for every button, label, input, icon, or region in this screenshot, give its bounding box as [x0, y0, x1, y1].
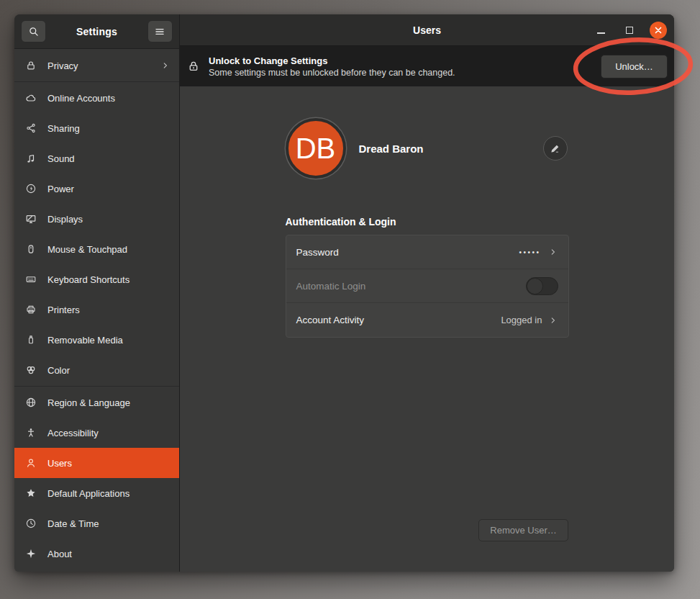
search-icon: [28, 26, 40, 37]
sidebar-item-about[interactable]: About: [14, 539, 179, 569]
sidebar-list: Privacy Online Accounts Sharing Sound: [14, 49, 179, 572]
sidebar-item-label: Accessibility: [47, 428, 171, 438]
sidebar-item-removable-media[interactable]: Removable Media: [14, 325, 179, 355]
auth-login-card: Password ••••• Automatic Login Account A…: [286, 235, 569, 338]
star-icon: [24, 487, 37, 499]
sidebar-item-sharing[interactable]: Sharing: [14, 113, 179, 143]
cloud-icon: [24, 92, 37, 104]
printer-icon: [24, 304, 37, 315]
account-activity-value: Logged in: [501, 315, 542, 325]
sidebar-separator: [14, 81, 179, 82]
hamburger-icon: [154, 26, 165, 37]
pencil-icon: [550, 143, 560, 154]
section-heading: Authentication & Login: [286, 216, 569, 228]
sidebar-header: Settings: [14, 14, 179, 49]
maximize-icon: [626, 27, 633, 34]
account-activity-row[interactable]: Account Activity Logged in: [286, 303, 568, 337]
flash-drive-icon: [24, 334, 37, 346]
sidebar-item-color[interactable]: Color: [14, 355, 179, 385]
remove-user-button[interactable]: Remove User…: [478, 519, 568, 541]
sidebar-item-label: Displays: [47, 214, 171, 225]
sparkle-icon: [24, 548, 37, 559]
sidebar-item-online-accounts[interactable]: Online Accounts: [14, 83, 179, 113]
settings-window: Settings Privacy Online Accounts: [14, 14, 674, 572]
main-panel: Users Unlock to Change Settings Some set…: [180, 14, 674, 572]
maximize-button[interactable]: [621, 22, 638, 39]
desktop-background: Settings Privacy Online Accounts: [0, 0, 700, 599]
titlebar[interactable]: Users: [180, 14, 674, 46]
sidebar-item-region-language[interactable]: Region & Language: [14, 387, 179, 418]
automatic-login-row: Automatic Login: [286, 269, 568, 303]
lock-icon: [187, 60, 200, 73]
lock-icon: [24, 60, 37, 71]
row-label: Automatic Login: [296, 281, 520, 292]
row-label: Password: [296, 247, 514, 258]
globe-icon: [24, 397, 37, 408]
sidebar-item-accessibility[interactable]: Accessibility: [14, 418, 179, 448]
sidebar-item-label: Keyboard Shortcuts: [47, 274, 171, 285]
chevron-right-icon: [160, 60, 171, 71]
edit-name-button[interactable]: [543, 136, 568, 161]
power-icon: [24, 183, 37, 194]
toggle-knob: [527, 278, 543, 294]
clock-icon: [24, 518, 37, 529]
sidebar-item-label: About: [47, 549, 171, 559]
close-button[interactable]: [650, 22, 667, 39]
sidebar-item-power[interactable]: Power: [14, 174, 179, 204]
users-content: DB Dread Baron Authentication & Login Pa…: [180, 86, 674, 572]
unlock-button[interactable]: Unlock…: [601, 55, 668, 78]
sidebar-item-keyboard-shortcuts[interactable]: Keyboard Shortcuts: [14, 264, 179, 294]
sidebar-item-label: Power: [47, 184, 171, 194]
banner-title: Unlock to Change Settings: [209, 55, 592, 67]
sidebar-item-users[interactable]: Users: [14, 448, 179, 478]
chevron-right-icon: [548, 247, 558, 257]
sidebar-item-label: Color: [47, 365, 171, 376]
window-controls: [592, 22, 674, 39]
sidebar-item-label: Region & Language: [47, 397, 171, 408]
sidebar-item-label: Printers: [47, 305, 171, 315]
sidebar-item-label: Users: [47, 458, 171, 469]
minimize-icon: [597, 32, 605, 34]
share-icon: [24, 122, 37, 134]
sidebar-item-label: Sound: [47, 153, 171, 164]
sidebar-item-mouse-touchpad[interactable]: Mouse & Touchpad: [14, 234, 179, 264]
banner-subtitle: Some settings must be unlocked before th…: [209, 67, 592, 78]
color-circles-icon: [24, 364, 37, 376]
sidebar-item-privacy[interactable]: Privacy: [14, 50, 179, 81]
unlock-banner: Unlock to Change Settings Some settings …: [180, 46, 674, 86]
user-name: Dread Baron: [359, 143, 424, 155]
sidebar-item-label: Default Applications: [47, 488, 171, 499]
sidebar: Settings Privacy Online Accounts: [14, 14, 180, 572]
automatic-login-toggle[interactable]: [526, 277, 558, 295]
sidebar-item-label: Mouse & Touchpad: [47, 244, 171, 255]
close-icon: [654, 26, 663, 35]
row-label: Account Activity: [296, 315, 496, 325]
sidebar-item-displays[interactable]: Displays: [14, 204, 179, 234]
sidebar-separator: [14, 386, 179, 387]
mouse-icon: [24, 243, 37, 255]
music-note-icon: [24, 153, 37, 164]
accessibility-icon: [24, 427, 37, 438]
sidebar-item-printers[interactable]: Printers: [14, 294, 179, 325]
sidebar-item-label: Date & Time: [47, 518, 171, 529]
avatar[interactable]: DB: [286, 118, 346, 179]
menu-button[interactable]: [147, 20, 173, 42]
sidebar-title: Settings: [76, 26, 117, 37]
display-icon: [24, 213, 37, 225]
chevron-right-icon: [548, 315, 558, 325]
sidebar-item-label: Removable Media: [47, 335, 171, 346]
sidebar-item-label: Privacy: [47, 60, 150, 71]
sidebar-item-label: Online Accounts: [47, 93, 171, 104]
password-dots: •••••: [519, 248, 540, 256]
profile-row: DB Dread Baron: [286, 114, 569, 183]
sidebar-item-sound[interactable]: Sound: [14, 143, 179, 174]
sidebar-item-default-applications[interactable]: Default Applications: [14, 478, 179, 508]
sidebar-item-label: Sharing: [47, 123, 171, 134]
sidebar-item-date-time[interactable]: Date & Time: [14, 508, 179, 539]
password-row[interactable]: Password •••••: [286, 235, 568, 269]
users-icon: [24, 457, 37, 469]
search-button[interactable]: [21, 20, 46, 42]
keyboard-icon: [24, 274, 37, 285]
minimize-button[interactable]: [592, 22, 609, 39]
banner-text: Unlock to Change Settings Some settings …: [209, 55, 592, 78]
